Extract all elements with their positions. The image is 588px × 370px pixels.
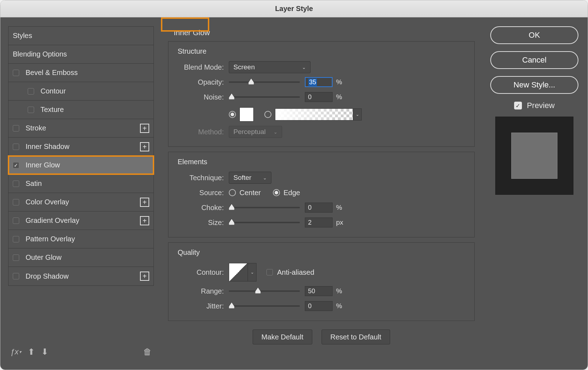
effect-checkbox[interactable]: [13, 254, 19, 261]
range-input[interactable]: 50: [305, 286, 333, 296]
sidebar-item-bevel-emboss[interactable]: Bevel & Emboss: [9, 64, 153, 82]
effect-title: Inner Glow: [168, 26, 475, 39]
effect-checkbox[interactable]: [28, 107, 34, 113]
elements-group: Elements Technique: Softer ⌄ Source: Cen…: [168, 152, 475, 237]
contour-label: Contour:: [178, 268, 224, 277]
jitter-slider[interactable]: [229, 303, 300, 309]
chevron-down-icon: ⌄: [263, 175, 267, 181]
choke-label: Choke:: [178, 204, 224, 212]
range-label: Range:: [178, 287, 224, 295]
reset-default-button[interactable]: Reset to Default: [322, 329, 390, 344]
quality-group: Quality Contour: ⌄ Anti-aliased Range: 5…: [168, 242, 475, 321]
preview-toggle[interactable]: ✓ Preview: [490, 101, 578, 110]
sidebar-item-inner-glow[interactable]: Inner Glow: [9, 156, 153, 175]
layer-style-dialog: Layer Style Styles Blending Options Beve…: [0, 0, 588, 370]
elements-legend: Elements: [178, 157, 465, 166]
add-instance-icon[interactable]: +: [140, 198, 149, 207]
ok-button[interactable]: OK: [490, 26, 578, 44]
cancel-button[interactable]: Cancel: [490, 51, 578, 69]
add-instance-icon[interactable]: +: [140, 272, 149, 281]
range-slider[interactable]: [229, 288, 300, 294]
sidebar-item-inner-shadow[interactable]: Inner Shadow+: [9, 138, 153, 156]
gradient-dropdown[interactable]: ⌄: [353, 108, 362, 120]
sidebar-item-contour[interactable]: Contour: [9, 82, 153, 101]
window-titlebar: Layer Style: [0, 0, 588, 17]
size-slider[interactable]: [229, 219, 300, 226]
sidebar-item-drop-shadow[interactable]: Drop Shadow+: [9, 267, 153, 285]
window-title: Layer Style: [275, 5, 313, 13]
sidebar-header-blending-options[interactable]: Blending Options: [9, 45, 153, 64]
sidebar-item-satin[interactable]: Satin: [9, 175, 153, 193]
make-default-button[interactable]: Make Default: [253, 329, 312, 344]
choke-slider[interactable]: [229, 204, 300, 211]
dialog-actions-column: OK Cancel New Style... ✓ Preview: [481, 17, 588, 370]
sidebar-item-pattern-overlay[interactable]: Pattern Overlay: [9, 230, 153, 248]
solid-color-radio[interactable]: [229, 111, 236, 118]
opacity-slider[interactable]: [229, 79, 300, 85]
opacity-label: Opacity:: [178, 78, 224, 86]
noise-slider[interactable]: [229, 94, 300, 100]
preview-swatch: [495, 117, 573, 195]
effect-checkbox[interactable]: [13, 199, 19, 205]
source-label: Source:: [178, 189, 224, 197]
contour-dropdown[interactable]: ⌄: [248, 263, 257, 281]
effect-checkbox[interactable]: [13, 181, 19, 187]
contour-picker[interactable]: [229, 263, 248, 281]
fx-menu-icon[interactable]: ƒx▾: [10, 347, 21, 356]
effect-checkbox[interactable]: [13, 218, 19, 224]
structure-legend: Structure: [178, 47, 465, 55]
sidebar-item-gradient-overlay[interactable]: Gradient Overlay+: [9, 211, 153, 230]
size-label: Size:: [178, 219, 224, 227]
sidebar-item-texture[interactable]: Texture: [9, 101, 153, 119]
trash-icon[interactable]: 🗑: [143, 347, 152, 357]
effect-checkbox[interactable]: [13, 162, 19, 168]
gradient-preview[interactable]: [275, 108, 353, 120]
blend-mode-label: Blend Mode:: [178, 63, 224, 71]
source-center-radio[interactable]: [229, 189, 236, 196]
jitter-input[interactable]: 0: [305, 301, 333, 311]
technique-select[interactable]: Softer ⌄: [229, 172, 271, 184]
blend-mode-select[interactable]: Screen ⌄: [229, 61, 311, 73]
effect-checkbox[interactable]: [28, 88, 34, 95]
size-input[interactable]: 2: [305, 218, 333, 227]
opacity-input[interactable]: 35: [305, 77, 333, 87]
method-label: Method:: [178, 128, 224, 136]
effect-checkbox[interactable]: [13, 144, 19, 150]
effect-settings-panel: Inner Glow Structure Blend Mode: Screen …: [162, 17, 481, 370]
gradient-radio[interactable]: [264, 111, 271, 118]
glow-color-swatch[interactable]: [239, 107, 254, 122]
styles-sidebar: Styles Blending Options Bevel & EmbossCo…: [0, 17, 162, 370]
sidebar-item-color-overlay[interactable]: Color Overlay+: [9, 193, 153, 211]
move-down-icon[interactable]: ⬇: [41, 347, 48, 357]
noise-label: Noise:: [178, 93, 224, 101]
technique-label: Technique:: [178, 174, 224, 182]
add-instance-icon[interactable]: +: [140, 124, 149, 133]
source-edge-radio[interactable]: [273, 189, 280, 196]
effect-checkbox[interactable]: [13, 125, 19, 132]
new-style-button[interactable]: New Style...: [490, 76, 578, 94]
effect-checkbox[interactable]: [13, 236, 19, 242]
effect-checkbox[interactable]: [13, 273, 19, 279]
preview-checkbox[interactable]: ✓: [514, 102, 522, 109]
add-instance-icon[interactable]: +: [140, 216, 149, 225]
add-instance-icon[interactable]: +: [140, 142, 149, 151]
noise-input[interactable]: 0: [305, 92, 333, 102]
anti-aliased-checkbox[interactable]: [266, 269, 273, 275]
choke-input[interactable]: 0: [305, 203, 333, 213]
chevron-down-icon: ⌄: [274, 129, 277, 135]
structure-group: Structure Blend Mode: Screen ⌄ Opacity: …: [168, 41, 475, 147]
effect-checkbox[interactable]: [13, 70, 19, 76]
sidebar-header-styles[interactable]: Styles: [9, 27, 153, 45]
jitter-label: Jitter:: [178, 302, 224, 310]
sidebar-item-stroke[interactable]: Stroke+: [9, 119, 153, 138]
move-up-icon[interactable]: ⬆: [28, 347, 35, 357]
sidebar-item-outer-glow[interactable]: Outer Glow: [9, 248, 153, 267]
method-select: Perceptual ⌄: [229, 126, 282, 138]
quality-legend: Quality: [178, 248, 465, 257]
chevron-down-icon: ⌄: [302, 65, 306, 70]
